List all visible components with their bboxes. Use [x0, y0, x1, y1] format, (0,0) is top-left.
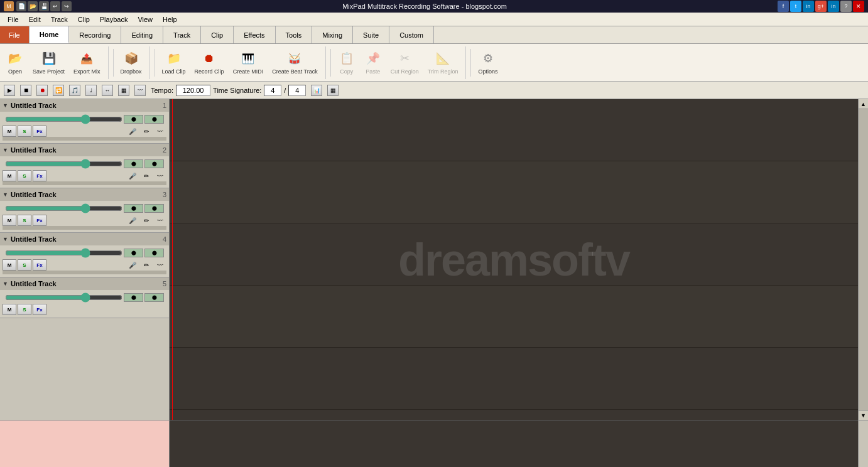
solo-button-5[interactable]: S: [18, 304, 31, 315]
gain-knob-5[interactable]: ⬤: [144, 293, 164, 302]
volume-slider-2[interactable]: [5, 161, 122, 167]
linkedin-icon[interactable]: in: [803, 1, 814, 12]
redo-icon[interactable]: ↪: [62, 1, 72, 11]
close-icon[interactable]: ✕: [853, 1, 864, 12]
waveform-display-icon[interactable]: 📊: [311, 85, 322, 96]
mute-button-4[interactable]: M: [3, 259, 16, 271]
mute-button-2[interactable]: M: [3, 170, 16, 181]
waveform-icon-1[interactable]: 〰: [154, 126, 166, 137]
tab-suite[interactable]: Suite: [353, 26, 389, 43]
track-header-5[interactable]: ▼ Untitled Track 5: [0, 277, 169, 290]
tab-home[interactable]: Home: [30, 26, 70, 43]
save-project-button[interactable]: 💾 Save Project: [29, 48, 68, 78]
tempo-rec-icon[interactable]: ⏺: [36, 85, 48, 96]
instrument-icon-4[interactable]: ✏: [140, 259, 153, 271]
tempo-input[interactable]: [176, 85, 210, 96]
track-collapse-3[interactable]: ▼: [3, 191, 8, 198]
arm-icon-3[interactable]: 🎤: [126, 215, 139, 226]
tempo-scroll-icon[interactable]: ↔: [102, 85, 113, 96]
create-midi-button[interactable]: 🎹 Create MIDI: [229, 48, 268, 78]
mute-button-3[interactable]: M: [3, 215, 16, 226]
tempo-wave-icon[interactable]: 〰: [134, 85, 146, 96]
tab-recording[interactable]: Recording: [69, 26, 121, 43]
twitter-icon[interactable]: t: [790, 1, 801, 12]
volume-slider-3[interactable]: [5, 205, 122, 212]
copy-button[interactable]: 📋 Copy: [334, 48, 359, 78]
tab-tools[interactable]: Tools: [276, 26, 313, 43]
tempo-grid-icon[interactable]: ▦: [118, 85, 129, 96]
tempo-click-icon[interactable]: 🎵: [69, 85, 80, 96]
waveform-area[interactable]: dreamsoftv: [170, 99, 858, 420]
arm-icon-1[interactable]: 🎤: [126, 126, 139, 137]
gain-knob-3[interactable]: ⬤: [144, 204, 164, 213]
tab-track[interactable]: Track: [163, 26, 201, 43]
menu-view[interactable]: View: [133, 14, 158, 24]
pan-knob-5[interactable]: ⬤: [124, 293, 143, 302]
fx-button-4[interactable]: Fx: [33, 259, 46, 271]
trim-region-button[interactable]: 📐 Trim Region: [424, 48, 462, 78]
linkedin2-icon[interactable]: in: [828, 1, 839, 12]
cut-region-button[interactable]: ✂ Cut Region: [387, 48, 423, 78]
arm-icon-4[interactable]: 🎤: [126, 259, 139, 271]
track-header-1[interactable]: ▼ Untitled Track 1: [0, 99, 169, 112]
help-icon[interactable]: ?: [840, 1, 852, 12]
track-collapse-5[interactable]: ▼: [3, 281, 8, 287]
tempo-loop-icon[interactable]: 🔁: [53, 85, 64, 96]
dropbox-button[interactable]: 📦 Dropbox: [117, 48, 146, 78]
pan-knob-4[interactable]: ⬤: [124, 249, 143, 257]
arm-icon-2[interactable]: 🎤: [126, 170, 139, 181]
record-clip-button[interactable]: ⏺ Record Clip: [191, 48, 228, 78]
time-sig-num-input[interactable]: [264, 85, 281, 96]
export-mix-button[interactable]: 📤 Export Mix: [70, 48, 104, 78]
tab-file[interactable]: File: [0, 26, 30, 43]
scroll-track[interactable]: [859, 109, 868, 410]
tempo-play-icon[interactable]: ▶: [4, 85, 15, 96]
fx-button-2[interactable]: Fx: [33, 170, 46, 181]
tab-editing[interactable]: Editing: [121, 26, 163, 43]
volume-slider-4[interactable]: [5, 250, 122, 256]
solo-button-4[interactable]: S: [18, 259, 31, 271]
load-clip-button[interactable]: 📁 Load Clip: [158, 48, 190, 78]
track-header-3[interactable]: ▼ Untitled Track 3: [0, 188, 169, 201]
fx-button-1[interactable]: Fx: [33, 126, 46, 137]
googleplus-icon[interactable]: g+: [815, 1, 827, 12]
open-button[interactable]: 📂 Open: [3, 48, 28, 78]
pan-knob-1[interactable]: ⬤: [124, 115, 143, 124]
new-icon[interactable]: 📄: [16, 1, 26, 11]
mute-button-1[interactable]: M: [3, 126, 16, 137]
mute-button-5[interactable]: M: [3, 304, 16, 315]
solo-button-3[interactable]: S: [18, 215, 31, 226]
tempo-metronome-icon[interactable]: ♩: [85, 85, 97, 96]
tab-clip[interactable]: Clip: [201, 26, 234, 43]
gain-knob-4[interactable]: ⬤: [144, 249, 164, 257]
track-collapse-2[interactable]: ▼: [3, 147, 8, 153]
undo-icon[interactable]: ↩: [50, 1, 60, 11]
solo-button-1[interactable]: S: [18, 126, 31, 137]
time-sig-den-input[interactable]: [288, 85, 306, 96]
grid-toggle-icon[interactable]: ▦: [327, 85, 339, 96]
menu-edit[interactable]: Edit: [24, 14, 46, 24]
track-header-2[interactable]: ▼ Untitled Track 2: [0, 144, 169, 156]
tab-custom[interactable]: Custom: [389, 26, 434, 43]
open-title-icon[interactable]: 📂: [28, 1, 38, 11]
track-collapse-4[interactable]: ▼: [3, 236, 8, 242]
paste-button[interactable]: 📌 Paste: [361, 48, 386, 78]
instrument-icon-3[interactable]: ✏: [140, 215, 153, 226]
scroll-down-button[interactable]: ▼: [859, 410, 868, 420]
menu-help[interactable]: Help: [158, 14, 182, 24]
instrument-icon-2[interactable]: ✏: [140, 170, 153, 181]
waveform-icon-4[interactable]: 〰: [154, 259, 166, 271]
menu-file[interactable]: File: [3, 14, 24, 24]
menu-track[interactable]: Track: [46, 14, 73, 24]
scroll-up-button[interactable]: ▲: [859, 99, 868, 109]
volume-slider-1[interactable]: [5, 116, 122, 122]
menu-clip[interactable]: Clip: [73, 14, 95, 24]
fx-button-3[interactable]: Fx: [33, 215, 46, 226]
gain-knob-1[interactable]: ⬤: [144, 115, 164, 124]
facebook-icon[interactable]: f: [778, 1, 789, 12]
pan-knob-2[interactable]: ⬤: [124, 159, 143, 168]
save-title-icon[interactable]: 💾: [39, 1, 49, 11]
solo-button-2[interactable]: S: [18, 170, 31, 181]
tab-effects[interactable]: Effects: [234, 26, 275, 43]
tab-mixing[interactable]: Mixing: [312, 26, 353, 43]
